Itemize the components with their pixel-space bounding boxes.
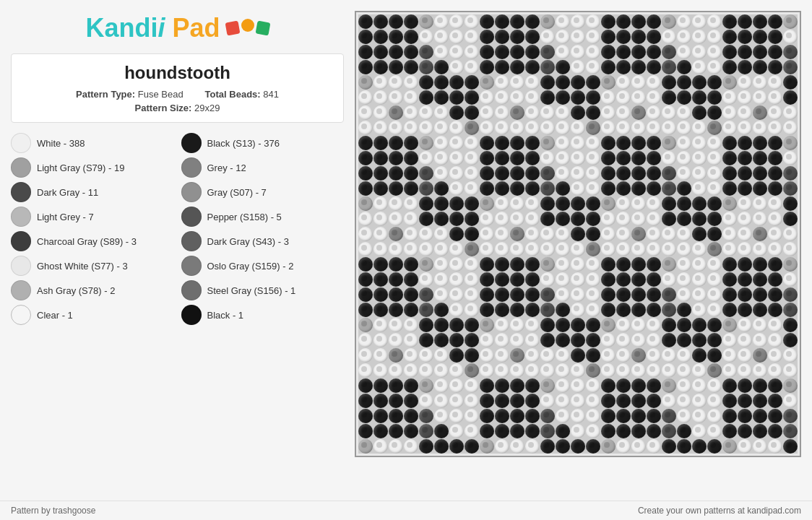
bead (783, 227, 798, 241)
bead (707, 136, 722, 150)
bead (495, 272, 509, 287)
bead (480, 424, 494, 438)
bead (601, 257, 616, 272)
bead (525, 303, 540, 317)
bead (631, 409, 646, 423)
bead (556, 287, 570, 302)
bead (783, 333, 798, 347)
bead (631, 363, 646, 378)
bead (783, 60, 798, 74)
bead (738, 60, 752, 74)
bead (662, 378, 676, 393)
bead (495, 105, 509, 120)
bead (373, 409, 388, 423)
bead-grid-container (355, 11, 801, 457)
bead (586, 424, 600, 438)
bead (525, 333, 540, 347)
bead (571, 60, 585, 74)
bead (404, 121, 418, 135)
bead (495, 166, 509, 181)
bead (768, 318, 782, 332)
bead (389, 394, 403, 408)
bead (631, 227, 646, 241)
bead (510, 75, 524, 90)
bead (753, 30, 767, 44)
bead (677, 196, 691, 211)
bead (525, 318, 540, 332)
bead (662, 242, 676, 256)
bead (662, 151, 676, 165)
bead (419, 166, 433, 181)
bead (616, 60, 631, 74)
bead (616, 196, 631, 211)
bead (707, 166, 722, 181)
bead (480, 75, 494, 90)
bead (753, 333, 767, 347)
bead (662, 14, 676, 29)
bead (449, 409, 464, 423)
bead (419, 272, 433, 287)
bead (601, 14, 616, 29)
bead (571, 394, 585, 408)
bead (540, 166, 555, 181)
footer-credit: Pattern by trashgoose (11, 506, 95, 516)
bead (768, 30, 782, 44)
bead (571, 75, 585, 90)
bead (404, 363, 418, 378)
bead (465, 121, 479, 135)
bead (434, 424, 449, 438)
bead (480, 348, 494, 363)
bead (647, 196, 661, 211)
bead (647, 60, 661, 74)
bead (404, 166, 418, 181)
bead (525, 378, 540, 393)
bead (647, 105, 661, 120)
bead (738, 348, 752, 363)
bead (692, 90, 707, 105)
bead (768, 196, 782, 211)
bead (480, 181, 494, 196)
bead (707, 242, 722, 256)
bead (677, 348, 691, 363)
bead (449, 257, 464, 272)
bead (510, 45, 524, 59)
bead (556, 136, 570, 150)
bead (783, 409, 798, 423)
bead (373, 14, 388, 29)
bead (722, 151, 737, 165)
bead (495, 90, 509, 105)
pattern-title: houndstooth (22, 63, 332, 83)
bead (449, 45, 464, 59)
bead (677, 424, 691, 438)
bead (556, 60, 570, 74)
bead (525, 196, 540, 211)
bead (677, 318, 691, 332)
bead (601, 439, 616, 454)
bead (692, 333, 707, 347)
bead (540, 409, 555, 423)
bead (677, 409, 691, 423)
bead (434, 14, 449, 29)
bead (358, 287, 373, 302)
bead (449, 90, 464, 105)
bead (510, 318, 524, 332)
bead (692, 212, 707, 226)
bead (662, 287, 676, 302)
bead (601, 75, 616, 90)
bead (525, 105, 540, 120)
bead (647, 166, 661, 181)
bead (647, 136, 661, 150)
bead (601, 151, 616, 165)
bead (510, 348, 524, 363)
bead (662, 105, 676, 120)
bead (692, 166, 707, 181)
bead (783, 151, 798, 165)
bead (525, 30, 540, 44)
bead (571, 424, 585, 438)
bead (389, 439, 403, 454)
bead (510, 287, 524, 302)
bead (449, 287, 464, 302)
bead (556, 272, 570, 287)
bead (677, 394, 691, 408)
bead (631, 30, 646, 44)
